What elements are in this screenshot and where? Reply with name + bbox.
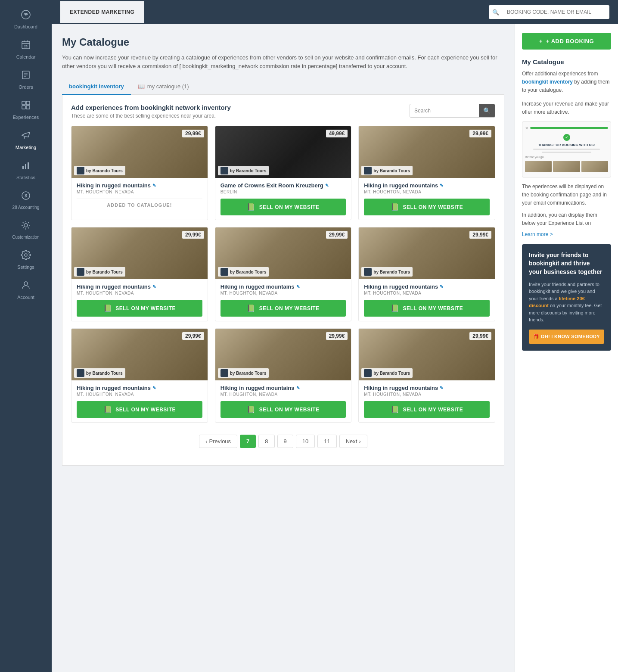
edit-icon[interactable]: ✎ xyxy=(440,284,443,289)
sell-on-website-button[interactable]: 📗 SELL ON MY WEBSITE xyxy=(220,401,346,418)
inventory-search-button[interactable]: 🔍 xyxy=(479,104,495,117)
edit-icon[interactable]: ✎ xyxy=(440,183,443,188)
vendor-name: by Barando Tours xyxy=(373,168,410,173)
preview-before-text: Before you go... xyxy=(525,156,608,159)
tab-my-catalogue[interactable]: 📖 my catalogue (1) xyxy=(131,79,196,95)
experience-name: Hiking in rugged mountains ✎ xyxy=(77,385,202,391)
sell-on-website-button[interactable]: 📗 SELL ON MY WEBSITE xyxy=(364,199,490,215)
book-icon: 📗 xyxy=(391,405,400,414)
sell-on-website-button[interactable]: 📗 SELL ON MY WEBSITE xyxy=(77,401,202,418)
vendor-badge: by Barando Tours xyxy=(361,166,413,175)
invite-button[interactable]: 🎁 OH! I KNOW SOMEBODY xyxy=(529,330,604,344)
inventory-search-box: 🔍 xyxy=(410,104,495,118)
preview-thanks-text: THANKS FOR BOOKING WITH US! xyxy=(525,143,608,147)
sell-on-website-button[interactable]: 📗 SELL ON MY WEBSITE xyxy=(220,300,346,317)
sell-on-website-button[interactable]: 📗 SELL ON MY WEBSITE xyxy=(77,300,202,317)
price-badge: 29,99€ xyxy=(469,130,491,137)
sidebar-label-statistics: Statistics xyxy=(16,175,35,180)
edit-icon[interactable]: ✎ xyxy=(152,284,156,289)
discount-link[interactable]: lifetime 20€ discount xyxy=(529,296,585,308)
learn-more-link[interactable]: Learn more > xyxy=(522,231,553,237)
catalogue-box-description: Offer additional experiences from bookin… xyxy=(522,70,611,95)
catalogue-tabs: bookingkit inventory 📖 my catalogue (1) xyxy=(62,79,504,95)
sidebar-item-accounting[interactable]: $ 28 Accounting xyxy=(0,185,52,215)
page-11-button[interactable]: 11 xyxy=(317,435,336,448)
catalogue-info-box: My Catalogue Offer additional experience… xyxy=(522,58,611,237)
edit-icon[interactable]: ✎ xyxy=(152,183,156,188)
experience-location: MT. HOUGHTON, NEVADA xyxy=(364,291,490,296)
added-to-catalogue-label: ADDED TO CATALOGUE! xyxy=(77,199,202,211)
next-page-button[interactable]: Next › xyxy=(339,435,367,448)
page-9-button[interactable]: 9 xyxy=(277,435,293,448)
top-search-input[interactable] xyxy=(503,9,609,15)
catalogue-box-revenue-text: Increase your revenue and make your offe… xyxy=(522,100,611,116)
bookingkit-inventory-link[interactable]: bookingkit inventory xyxy=(522,79,573,85)
statistics-icon xyxy=(21,160,31,173)
page-7-button[interactable]: 7 xyxy=(240,435,256,448)
experience-card: by Barando Tours 29,99€ Hiking in rugged… xyxy=(358,227,495,321)
price-badge: 29,99€ xyxy=(469,332,491,340)
account-icon xyxy=(21,280,31,293)
experience-image-wrap: by Barando Tours 29,99€ xyxy=(71,126,208,178)
sidebar-item-orders[interactable]: Orders xyxy=(0,65,52,95)
sidebar-item-settings[interactable]: Settings xyxy=(0,245,52,275)
edit-icon[interactable]: ✎ xyxy=(152,386,156,390)
experience-location: MT. HOUGHTON, NEVADA xyxy=(77,190,202,194)
vendor-name: by Barando Tours xyxy=(86,168,123,173)
catalogue-box-title: My Catalogue xyxy=(522,58,611,65)
experience-location: MT. HOUGHTON, NEVADA xyxy=(77,392,202,397)
experience-image-wrap: by Barando Tours 29,99€ xyxy=(215,329,351,380)
experience-name: Hiking in rugged mountains ✎ xyxy=(364,182,490,189)
experience-location: MT. HOUGHTON, NEVADA xyxy=(77,291,202,296)
page-title: My Catalogue xyxy=(62,36,504,48)
inventory-panel: Add experiences from bookingkit network … xyxy=(62,95,504,466)
sidebar: Dashboard 23 Calendar Orders Experiences… xyxy=(0,0,52,672)
sidebar-label-settings: Settings xyxy=(17,264,34,270)
sidebar-item-account[interactable]: Account xyxy=(0,275,52,305)
top-bar: EXTENDED MARKETING 🔍 xyxy=(52,0,618,24)
page-10-button[interactable]: 10 xyxy=(296,435,315,448)
edit-icon[interactable]: ✎ xyxy=(440,386,443,390)
sidebar-item-customization[interactable]: Customization xyxy=(0,215,52,245)
sell-on-website-button[interactable]: 📗 SELL ON MY WEBSITE xyxy=(364,300,490,317)
marketing-icon xyxy=(21,130,31,143)
vendor-badge: by Barando Tours xyxy=(74,267,125,277)
edit-icon[interactable]: ✎ xyxy=(325,183,329,188)
edit-icon[interactable]: ✎ xyxy=(296,284,300,289)
previous-page-button[interactable]: ‹ Previous xyxy=(199,435,237,448)
inventory-title: Add experiences from bookingkit network … xyxy=(71,104,231,111)
sidebar-item-dashboard[interactable]: Dashboard xyxy=(0,4,52,34)
page-8-button[interactable]: 8 xyxy=(258,435,274,448)
svg-text:$: $ xyxy=(25,193,27,198)
preview-progress-bar xyxy=(530,127,608,129)
inventory-tab-label: bookingkit inventory xyxy=(69,83,124,90)
sell-on-website-button[interactable]: 📗 SELL ON MY WEBSITE xyxy=(220,199,346,215)
tab-secondary[interactable] xyxy=(144,4,163,20)
svg-rect-13 xyxy=(22,106,25,109)
content-area: My Catalogue You can now increase your r… xyxy=(52,24,515,672)
sell-on-website-button[interactable]: 📗 SELL ON MY WEBSITE xyxy=(364,401,490,418)
edit-icon[interactable]: ✎ xyxy=(296,386,300,390)
vendor-icon xyxy=(364,369,372,377)
add-booking-button[interactable]: + + ADD BOOKING xyxy=(522,33,611,50)
vendor-badge: by Barando Tours xyxy=(218,368,269,378)
vendor-name: by Barando Tours xyxy=(230,371,267,376)
svg-point-1 xyxy=(25,14,27,16)
experience-card: by Barando Tours 29,99€ Hiking in rugged… xyxy=(71,328,208,423)
vendor-icon xyxy=(220,369,228,377)
sidebar-item-experiences[interactable]: Experiences xyxy=(0,95,52,125)
orders-icon xyxy=(21,70,31,83)
sidebar-item-statistics[interactable]: Statistics xyxy=(0,155,52,185)
price-badge: 29,99€ xyxy=(469,231,491,239)
experience-name: Hiking in rugged mountains ✎ xyxy=(220,385,346,391)
sidebar-item-calendar[interactable]: 23 Calendar xyxy=(0,34,52,65)
tab-extended-marketing[interactable]: EXTENDED MARKETING xyxy=(60,1,144,23)
chevron-right-icon: › xyxy=(359,438,360,445)
vendor-badge: by Barando Tours xyxy=(361,267,413,277)
vendor-icon xyxy=(77,369,84,377)
svg-text:23: 23 xyxy=(24,45,28,48)
tab-bookingkit-inventory[interactable]: bookingkit inventory xyxy=(62,79,131,95)
sidebar-item-marketing[interactable]: Marketing xyxy=(0,125,52,155)
preview-img-1 xyxy=(525,161,552,172)
inventory-search-input[interactable] xyxy=(410,108,479,114)
